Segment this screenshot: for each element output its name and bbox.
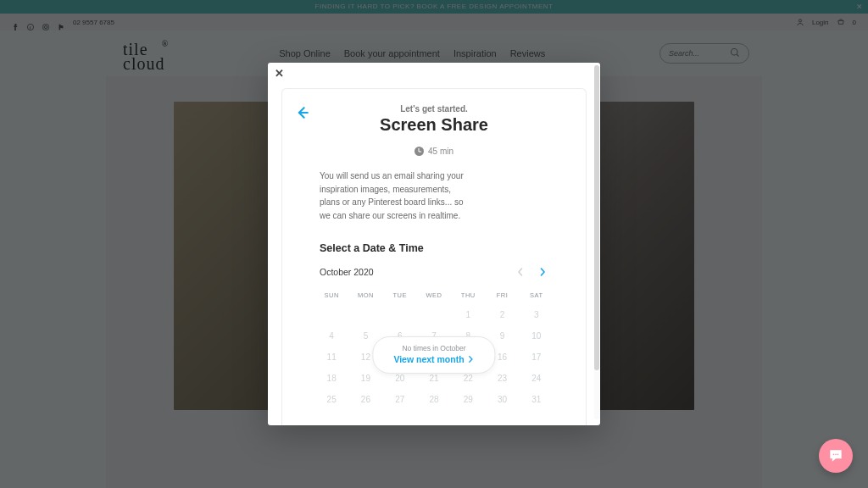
booking-card: Let's get started. Screen Share 45 min Y…: [281, 88, 587, 425]
calendar-day[interactable]: 10: [520, 325, 554, 347]
calendar-dow: THU: [451, 286, 485, 304]
calendar-dow: FRI: [485, 286, 519, 304]
calendar-day[interactable]: 2: [485, 304, 519, 325]
calendar-day[interactable]: 1: [451, 304, 485, 325]
calendar-dow: SAT: [520, 286, 554, 304]
calendar-day[interactable]: 29: [451, 389, 485, 410]
svg-point-5: [833, 454, 835, 456]
chat-launcher[interactable]: [819, 439, 853, 473]
calendar-day[interactable]: 23: [485, 368, 519, 389]
modal-close-button[interactable]: ✕: [275, 67, 284, 80]
back-button[interactable]: [294, 104, 311, 125]
calendar-dow: MON: [348, 286, 382, 304]
booking-eyebrow: Let's get started.: [282, 104, 586, 114]
month-label: October 2020: [320, 267, 374, 277]
calendar-day[interactable]: 4: [314, 325, 348, 347]
calendar-dow: TUE: [383, 286, 417, 304]
booking-header: Let's get started. Screen Share 45 min: [282, 89, 586, 156]
view-next-month-link[interactable]: View next month: [393, 354, 474, 364]
booking-modal: ✕ Let's get started. Screen Share 45 min…: [268, 63, 600, 425]
booking-duration: 45 min: [282, 147, 586, 156]
booking-title: Screen Share: [282, 115, 586, 135]
clock-icon: [415, 147, 424, 156]
booking-duration-text: 45 min: [428, 147, 453, 156]
calendar-day[interactable]: 11: [314, 347, 348, 368]
month-picker: October 2020: [282, 254, 586, 278]
calendar-day[interactable]: 18: [314, 368, 348, 389]
no-times-callout: No times in October View next month: [372, 336, 495, 374]
calendar-day[interactable]: 30: [485, 389, 519, 410]
calendar-day[interactable]: 17: [520, 347, 554, 368]
calendar-week: 123: [314, 304, 554, 325]
calendar-day[interactable]: 19: [348, 368, 382, 389]
booking-description: You will send us an email sharing your i…: [282, 156, 503, 222]
calendar-day[interactable]: 28: [417, 389, 451, 410]
no-times-message: No times in October: [393, 344, 474, 352]
calendar-dow: WED: [417, 286, 451, 304]
select-date-heading: Select a Date & Time: [282, 222, 586, 254]
modal-scrollbar-thumb[interactable]: [594, 65, 599, 370]
calendar-day[interactable]: 3: [520, 304, 554, 325]
modal-scrollbar[interactable]: [594, 65, 599, 419]
calendar-week: 25262728293031: [314, 389, 554, 410]
calendar-day[interactable]: 27: [383, 389, 417, 410]
month-nav: [515, 266, 548, 278]
next-month-button[interactable]: [537, 266, 548, 278]
calendar-day[interactable]: 24: [520, 368, 554, 389]
svg-point-7: [837, 454, 839, 456]
calendar-day[interactable]: 31: [520, 389, 554, 410]
calendar-day[interactable]: 26: [348, 389, 382, 410]
prev-month-button[interactable]: [515, 266, 526, 278]
calendar-header-row: SUNMONTUEWEDTHUFRISAT: [314, 286, 554, 304]
calendar-dow: SUN: [314, 286, 348, 304]
calendar-day[interactable]: 25: [314, 389, 348, 410]
svg-point-6: [835, 454, 837, 456]
